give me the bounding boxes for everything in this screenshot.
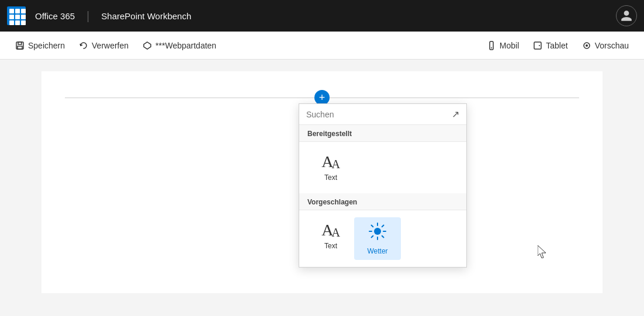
section-suggested-label: Vorgeschlagen <box>299 193 466 210</box>
mobile-button[interactable]: Mobil <box>481 37 525 54</box>
svg-marker-3 <box>144 42 151 49</box>
picker-search-input[interactable] <box>306 110 447 119</box>
toolbar-right: Mobil Tablet Vorschau <box>481 37 635 54</box>
discard-button[interactable]: Verwerfen <box>73 37 134 54</box>
office365-label: Office 365 <box>35 11 75 21</box>
toolbar: Speichern Verwerfen ***Webpartdaten Mobi… <box>0 32 644 60</box>
suggested-text-aa-icon: AA <box>321 222 340 238</box>
provided-text-item[interactable]: AA Text <box>307 149 354 186</box>
svg-rect-1 <box>18 42 22 44</box>
workbench-label: SharePoint Workbench <box>101 11 191 21</box>
top-navigation: Office 365 | SharePoint Workbench <box>0 0 644 32</box>
preview-icon <box>582 41 591 50</box>
webpartdata-button[interactable]: ***Webpartdaten <box>137 37 222 54</box>
picker-search-row: ↗ <box>299 104 466 125</box>
svg-rect-2 <box>18 46 22 49</box>
weather-item[interactable]: Wetter <box>354 217 401 260</box>
section-provided-label: Bereitgestellt <box>299 125 466 142</box>
provided-items: AA Text <box>299 142 466 193</box>
svg-line-15 <box>382 236 384 238</box>
expand-icon[interactable]: ↗ <box>452 109 459 120</box>
save-button[interactable]: Speichern <box>9 37 71 54</box>
text-aa-icon: AA <box>321 154 340 170</box>
svg-line-17 <box>372 236 373 238</box>
provided-text-label: Text <box>324 173 337 182</box>
preview-button[interactable]: Vorschau <box>576 37 635 54</box>
svg-point-18 <box>374 228 381 235</box>
svg-line-14 <box>372 225 373 227</box>
suggested-text-item[interactable]: AA Text <box>307 217 354 260</box>
main-canvas-area: + ↗ Bereitgestellt AA Text Vorgeschlagen <box>0 60 644 316</box>
svg-rect-6 <box>534 42 541 49</box>
save-icon <box>15 41 25 50</box>
undo-icon <box>79 41 88 50</box>
tablet-button[interactable]: Tablet <box>527 37 573 54</box>
nav-divider: | <box>86 9 89 23</box>
weather-label: Wetter <box>367 247 387 255</box>
webpart-icon <box>143 41 152 50</box>
webpart-picker: ↗ Bereitgestellt AA Text Vorgeschlagen A… <box>299 103 467 268</box>
svg-point-9 <box>586 44 588 47</box>
waffle-icon[interactable] <box>7 6 26 25</box>
svg-marker-19 <box>538 245 546 258</box>
canvas: + ↗ Bereitgestellt AA Text Vorgeschlagen <box>41 71 603 293</box>
suggested-items: AA Text <box>299 210 466 267</box>
svg-line-16 <box>382 225 384 227</box>
suggested-text-label: Text <box>324 242 337 250</box>
user-avatar[interactable] <box>616 5 637 26</box>
mobile-icon <box>487 41 496 50</box>
cursor <box>538 245 547 258</box>
weather-sun-icon <box>368 222 387 244</box>
tablet-icon <box>533 41 542 50</box>
